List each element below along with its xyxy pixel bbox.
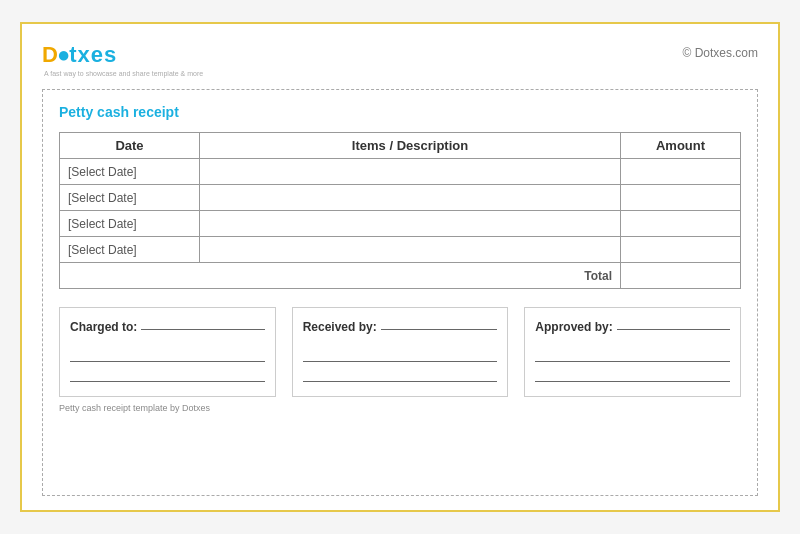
amount-cell[interactable] xyxy=(621,185,741,211)
receipt-container: Petty cash receipt Date Items / Descript… xyxy=(42,89,758,496)
logo-text: txes xyxy=(69,42,117,68)
logo-icon: D● xyxy=(42,42,69,68)
date-cell[interactable]: [Select Date] xyxy=(60,185,200,211)
table-row: [Select Date] xyxy=(60,211,741,237)
approved-by-line3 xyxy=(535,368,730,382)
logo-subtitle: A fast way to showcase and share templat… xyxy=(44,70,203,77)
received-by-line xyxy=(381,316,498,330)
col-header-desc: Items / Description xyxy=(200,133,621,159)
charged-to-line2 xyxy=(70,348,265,362)
charged-to-line3 xyxy=(70,368,265,382)
receipt-title: Petty cash receipt xyxy=(59,104,741,120)
received-by-line3 xyxy=(303,368,498,382)
logo-dot: ● xyxy=(57,42,69,67)
desc-cell[interactable] xyxy=(200,211,621,237)
amount-cell[interactable] xyxy=(621,237,741,263)
amount-cell[interactable] xyxy=(621,159,741,185)
received-by-line2 xyxy=(303,348,498,362)
signature-section: Charged to: Received by: Approved by: xyxy=(59,307,741,397)
copyright-text: © Dotxes.com xyxy=(682,46,758,60)
logo: D● txes xyxy=(42,42,203,68)
approved-by-line2 xyxy=(535,348,730,362)
total-value xyxy=(621,263,741,289)
desc-cell[interactable] xyxy=(200,159,621,185)
table-row: [Select Date] xyxy=(60,185,741,211)
approved-by-box: Approved by: xyxy=(524,307,741,397)
total-label: Total xyxy=(60,263,621,289)
footer-text: Petty cash receipt template by Dotxes xyxy=(59,403,741,413)
received-by-box: Received by: xyxy=(292,307,509,397)
top-bar: D● txes A fast way to showcase and share… xyxy=(42,42,758,77)
page-wrapper: D● txes A fast way to showcase and share… xyxy=(20,22,780,512)
col-header-date: Date xyxy=(60,133,200,159)
receipt-table: Date Items / Description Amount [Select … xyxy=(59,132,741,289)
approved-by-label: Approved by: xyxy=(535,316,730,338)
table-row: [Select Date] xyxy=(60,237,741,263)
date-cell[interactable]: [Select Date] xyxy=(60,159,200,185)
col-header-amount: Amount xyxy=(621,133,741,159)
logo-wrapper: D● txes A fast way to showcase and share… xyxy=(42,42,203,77)
charged-to-label: Charged to: xyxy=(70,316,265,338)
received-by-label: Received by: xyxy=(303,316,498,338)
charged-to-box: Charged to: xyxy=(59,307,276,397)
charged-to-line xyxy=(141,316,264,330)
table-row: [Select Date] xyxy=(60,159,741,185)
desc-cell[interactable] xyxy=(200,185,621,211)
date-cell[interactable]: [Select Date] xyxy=(60,211,200,237)
desc-cell[interactable] xyxy=(200,237,621,263)
date-cell[interactable]: [Select Date] xyxy=(60,237,200,263)
amount-cell[interactable] xyxy=(621,211,741,237)
approved-by-line xyxy=(617,316,730,330)
